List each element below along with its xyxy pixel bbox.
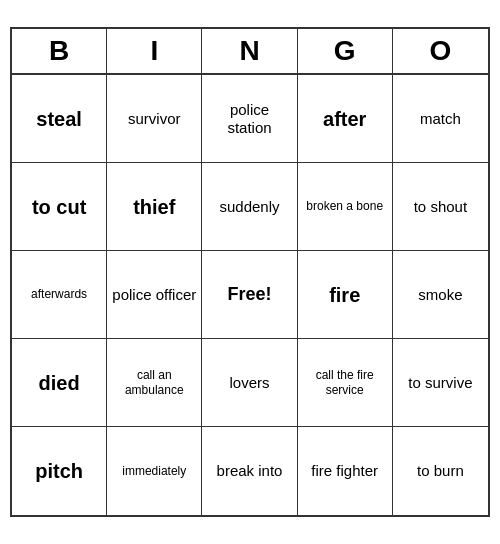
cell-text: call an ambulance [111, 368, 197, 397]
bingo-cell[interactable]: match [393, 75, 488, 163]
bingo-header: BINGO [12, 29, 488, 75]
cell-text: fire [329, 283, 360, 307]
bingo-cell[interactable]: police station [202, 75, 297, 163]
header-letter: N [202, 29, 297, 73]
bingo-cell[interactable]: survivor [107, 75, 202, 163]
header-letter: G [298, 29, 393, 73]
cell-text: fire fighter [311, 462, 378, 480]
cell-text: thief [133, 195, 175, 219]
bingo-card: BINGO stealsurvivorpolice stationafterma… [10, 27, 490, 517]
bingo-cell[interactable]: to shout [393, 163, 488, 251]
cell-text: to survive [408, 374, 472, 392]
cell-text: to shout [414, 198, 467, 216]
bingo-cell[interactable]: call an ambulance [107, 339, 202, 427]
bingo-cell[interactable]: Free! [202, 251, 297, 339]
bingo-cell[interactable]: call the fire service [298, 339, 393, 427]
bingo-cell[interactable]: immediately [107, 427, 202, 515]
bingo-cell[interactable]: fire fighter [298, 427, 393, 515]
bingo-cell[interactable]: police officer [107, 251, 202, 339]
cell-text: police officer [112, 286, 196, 304]
bingo-cell[interactable]: afterwards [12, 251, 107, 339]
bingo-cell[interactable]: fire [298, 251, 393, 339]
cell-text: call the fire service [302, 368, 388, 397]
header-letter: O [393, 29, 488, 73]
cell-text: pitch [35, 459, 83, 483]
cell-text: lovers [229, 374, 269, 392]
cell-text: suddenly [219, 198, 279, 216]
bingo-cell[interactable]: smoke [393, 251, 488, 339]
bingo-cell[interactable]: break into [202, 427, 297, 515]
bingo-cell[interactable]: to survive [393, 339, 488, 427]
cell-text: immediately [122, 464, 186, 478]
cell-text: broken a bone [306, 199, 383, 213]
cell-text: steal [36, 107, 82, 131]
cell-text: smoke [418, 286, 462, 304]
cell-text: died [39, 371, 80, 395]
cell-text: after [323, 107, 366, 131]
bingo-cell[interactable]: thief [107, 163, 202, 251]
cell-text: afterwards [31, 287, 87, 301]
bingo-cell[interactable]: lovers [202, 339, 297, 427]
bingo-cell[interactable]: suddenly [202, 163, 297, 251]
cell-text: Free! [227, 284, 271, 306]
bingo-cell[interactable]: died [12, 339, 107, 427]
cell-text: survivor [128, 110, 181, 128]
bingo-cell[interactable]: to burn [393, 427, 488, 515]
bingo-cell[interactable]: steal [12, 75, 107, 163]
header-letter: I [107, 29, 202, 73]
bingo-cell[interactable]: pitch [12, 427, 107, 515]
cell-text: match [420, 110, 461, 128]
header-letter: B [12, 29, 107, 73]
bingo-cell[interactable]: after [298, 75, 393, 163]
bingo-cell[interactable]: broken a bone [298, 163, 393, 251]
cell-text: to cut [32, 195, 86, 219]
cell-text: to burn [417, 462, 464, 480]
cell-text: break into [217, 462, 283, 480]
bingo-cell[interactable]: to cut [12, 163, 107, 251]
bingo-grid: stealsurvivorpolice stationaftermatchto … [12, 75, 488, 515]
cell-text: police station [206, 101, 292, 137]
